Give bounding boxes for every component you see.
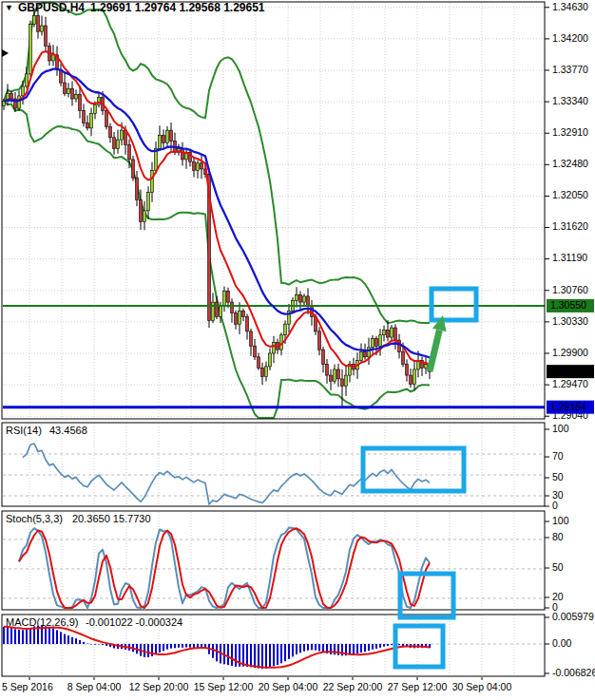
price-badge-resistance-label: 1.30550 <box>550 299 586 311</box>
price-axis-label: 1.32480 <box>552 158 588 169</box>
price-axis-label: 1.33770 <box>552 64 588 75</box>
chart-title-ohlc: 1.29691 1.29764 1.29568 1.29651 <box>90 1 265 14</box>
indicator-axis-label: 0 <box>552 500 558 511</box>
price-axis-label: 1.29470 <box>552 378 588 389</box>
price-axis-label: 1.34200 <box>552 32 588 44</box>
rsi-line <box>23 444 430 504</box>
price-axis-label: 1.33340 <box>552 95 588 106</box>
price-axis-label: 1.30760 <box>552 284 588 295</box>
indicator-axis-label: 100 <box>552 515 569 526</box>
macd-values: -0.001022 -0.000324 <box>86 616 182 628</box>
rsi-title: RSI(14) <box>6 425 42 436</box>
time-axis-label: 27 Sep 12:00 <box>388 681 448 692</box>
price-axis-label: 1.34630 <box>552 1 588 12</box>
time-axis-label: 30 Sep 04:00 <box>452 681 512 692</box>
time-axis-label: 8 Sep 04:00 <box>67 681 122 692</box>
indicator-axis-label: 0.005979 <box>552 611 594 622</box>
price-axis-label: 1.31620 <box>552 220 588 232</box>
price-axis-label: 1.32910 <box>552 126 588 138</box>
indicator-axis-label: 0.00 <box>552 637 572 649</box>
time-axis-label: 5 Sep 2016 <box>2 681 53 692</box>
price-badge-support-label: 1.29164 <box>550 401 586 412</box>
stoch-title: Stoch(5,3,3) <box>6 513 63 524</box>
left-edge-marker-icon <box>2 49 9 57</box>
indicator-axis-label: 80 <box>552 531 564 542</box>
time-axis-label: 22 Sep 20:00 <box>323 681 383 692</box>
macd-title: MACD(12,26,9) <box>6 616 78 628</box>
indicator-axis-label: 100 <box>552 423 569 434</box>
rsi-value: 43.4568 <box>49 425 87 436</box>
indicator-axis-label: 50 <box>552 561 564 573</box>
chart-canvas[interactable]: 1.346301.342001.337701.333401.329101.324… <box>0 0 595 700</box>
time-axis-label: 12 Sep 20:00 <box>129 681 189 692</box>
time-axis-label: 20 Sep 04:00 <box>259 681 318 692</box>
price-axis-label: 1.31190 <box>552 252 587 263</box>
price-axis-label: 1.32050 <box>552 189 588 200</box>
stochastic-lines <box>19 528 430 608</box>
symbol-dropdown-icon[interactable]: ▼ <box>5 3 13 12</box>
price-axis-label: 1.30330 <box>552 315 588 327</box>
time-axis: 5 Sep 20168 Sep 04:0012 Sep 20:0015 Sep … <box>2 677 511 692</box>
macd-histogram <box>3 626 431 670</box>
annotation-arrow-main[interactable] <box>430 315 447 371</box>
indicator-axis-label: 70 <box>552 450 564 462</box>
price-badge-current-label: 1.29651 <box>550 365 586 376</box>
indicator-axis-label: -0.006826 <box>552 667 595 678</box>
annotation-rectangle-main[interactable] <box>432 289 476 320</box>
trading-chart-window: 1.346301.342001.337701.333401.329101.324… <box>0 0 595 700</box>
price-axis: 1.346301.342001.337701.333401.329101.324… <box>545 1 595 678</box>
time-axis-label: 15 Sep 12:00 <box>194 681 254 692</box>
price-axis-label: 1.29900 <box>552 347 588 358</box>
chart-title-symbol: GBPUSD,H4 <box>18 1 85 14</box>
stoch-values: 20.3650 15.7730 <box>72 513 151 524</box>
indicator-axis-label: 50 <box>552 471 564 482</box>
